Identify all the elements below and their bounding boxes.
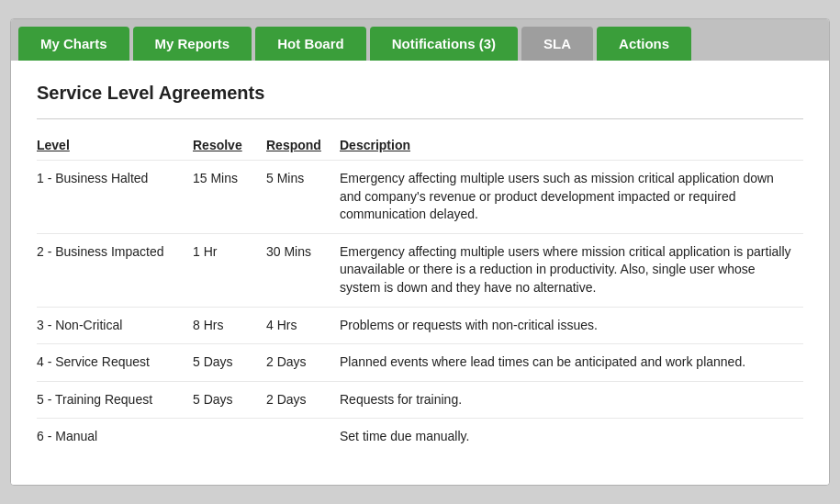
cell-description: Emergency affecting multiple users such … bbox=[340, 161, 803, 234]
cell-level: 2 - Business Impacted bbox=[37, 233, 193, 307]
cell-description: Problems or requests with non-critical i… bbox=[340, 307, 803, 344]
cell-respond bbox=[266, 419, 340, 455]
table-row: 6 - ManualSet time due manually. bbox=[37, 419, 803, 455]
cell-resolve: 5 Days bbox=[193, 381, 266, 419]
content-area: Service Level Agreements Level Resolve R… bbox=[11, 61, 829, 485]
divider bbox=[37, 118, 803, 119]
cell-description: Planned events where lead times can be a… bbox=[340, 344, 803, 382]
page-title: Service Level Agreements bbox=[37, 83, 803, 104]
tab-my-charts[interactable]: My Charts bbox=[18, 27, 129, 61]
cell-level: 6 - Manual bbox=[37, 419, 193, 455]
tab-my-reports[interactable]: My Reports bbox=[133, 27, 252, 61]
col-header-respond: Respond bbox=[266, 134, 340, 161]
cell-level: 3 - Non-Critical bbox=[37, 307, 193, 344]
cell-respond: 2 Days bbox=[266, 344, 340, 382]
sla-table: Level Resolve Respond Description 1 - Bu… bbox=[37, 134, 803, 455]
cell-resolve: 8 Hrs bbox=[193, 307, 266, 344]
cell-level: 5 - Training Request bbox=[37, 381, 193, 419]
cell-respond: 4 Hrs bbox=[266, 307, 340, 344]
col-header-resolve: Resolve bbox=[193, 134, 266, 161]
table-row: 1 - Business Halted15 Mins5 MinsEmergenc… bbox=[37, 161, 803, 234]
col-header-level: Level bbox=[37, 134, 193, 161]
cell-level: 4 - Service Request bbox=[37, 344, 193, 382]
main-window: My Charts My Reports Hot Board Notificat… bbox=[10, 18, 830, 486]
tab-notifications[interactable]: Notifications (3) bbox=[370, 27, 518, 61]
cell-resolve: 5 Days bbox=[193, 344, 266, 382]
cell-resolve bbox=[193, 419, 266, 455]
col-header-description: Description bbox=[340, 134, 803, 161]
cell-resolve: 1 Hr bbox=[193, 233, 266, 307]
cell-level: 1 - Business Halted bbox=[37, 161, 193, 234]
cell-description: Set time due manually. bbox=[340, 419, 803, 455]
cell-respond: 30 Mins bbox=[266, 233, 340, 307]
cell-description: Requests for training. bbox=[340, 381, 803, 419]
cell-description: Emergency affecting multiple users where… bbox=[340, 233, 803, 307]
tab-actions[interactable]: Actions bbox=[597, 27, 691, 61]
cell-respond: 2 Days bbox=[266, 381, 340, 419]
table-row: 2 - Business Impacted1 Hr30 MinsEmergenc… bbox=[37, 233, 803, 307]
tab-bar: My Charts My Reports Hot Board Notificat… bbox=[11, 19, 829, 61]
tab-hot-board[interactable]: Hot Board bbox=[255, 27, 366, 61]
cell-respond: 5 Mins bbox=[266, 161, 340, 234]
table-row: 4 - Service Request5 Days2 DaysPlanned e… bbox=[37, 344, 803, 382]
tab-sla[interactable]: SLA bbox=[521, 27, 593, 61]
table-row: 5 - Training Request5 Days2 DaysRequests… bbox=[37, 381, 803, 419]
cell-resolve: 15 Mins bbox=[193, 161, 266, 234]
table-row: 3 - Non-Critical8 Hrs4 HrsProblems or re… bbox=[37, 307, 803, 344]
